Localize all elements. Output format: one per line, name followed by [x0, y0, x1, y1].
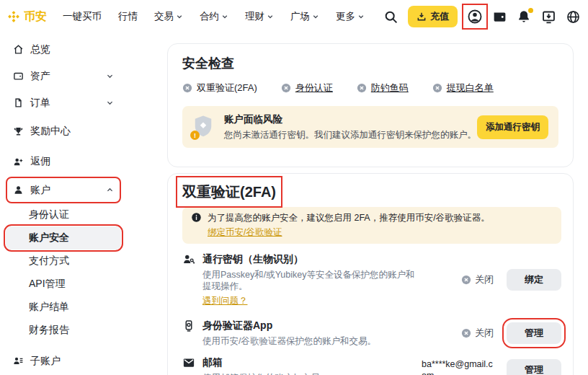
bind-authenticator-link[interactable]: 绑定币安/谷歌验证	[208, 226, 282, 239]
chevron-down-icon	[312, 13, 319, 20]
sidebar-item-orders[interactable]: 订单	[6, 89, 121, 116]
authenticator-app-row: 身份验证器App 使用币安/谷歌验证器保护您的账户和交易。 关闭 管理	[182, 319, 561, 347]
language-globe-icon[interactable]	[566, 9, 581, 25]
authenticator-description: 使用币安/谷歌验证器保护您的账户和交易。	[202, 335, 416, 347]
shield-icon: !	[192, 115, 215, 139]
sidebar-item-sub-accounts[interactable]: 子账户	[6, 348, 121, 374]
orders-document-icon	[13, 97, 24, 108]
circle-x-icon	[461, 328, 471, 338]
passkey-description: 使用Passkey和/或Yubikey等安全设备保护您的账户和提现操作。	[202, 269, 416, 292]
sidebar-subitem-account-security[interactable]: 账户安全	[6, 226, 121, 250]
top-navbar: 币安 一键买币 行情 交易 合约 理财 广场 更多 充值	[0, 0, 588, 33]
wallet-icon[interactable]	[492, 9, 507, 25]
nav-item-markets[interactable]: 行情	[118, 10, 138, 23]
sidebar-item-overview[interactable]: 总览	[6, 36, 121, 63]
check-anti-phishing-code[interactable]: 防钓鱼码	[357, 81, 409, 94]
check-identity-verification[interactable]: 身份认证	[281, 81, 333, 94]
sidebar-subitem-financial-reports[interactable]: 财务报告	[6, 319, 121, 342]
having-problems-link[interactable]: 遇到问题？	[202, 295, 248, 307]
email-title: 邮箱	[202, 356, 416, 369]
passkey-person-key-icon	[182, 253, 195, 266]
sidebar: 总览 资产 订单 奖励中心 返佣	[0, 33, 167, 375]
nav-item-more[interactable]: 更多	[336, 10, 365, 23]
risk-title: 账户面临风险	[224, 113, 476, 126]
account-risk-banner: ! 账户面临风险 您尚未激活通行密钥。我们建议添加通行密钥来保护您的账户。 添加…	[182, 106, 558, 148]
passkey-bind-button[interactable]: 绑定	[507, 269, 561, 291]
chevron-down-icon	[267, 13, 274, 20]
download-app-icon[interactable]	[541, 9, 556, 25]
nav-item-buy-crypto[interactable]: 一键买币	[63, 10, 102, 23]
circle-x-icon	[357, 83, 367, 93]
authenticator-manage-button[interactable]: 管理	[507, 322, 561, 344]
circle-x-icon	[281, 83, 291, 93]
email-masked-value: ba****ke@gmail.com	[422, 358, 494, 375]
add-passkey-button[interactable]: 添加通行密钥	[477, 115, 548, 139]
chevron-down-icon	[106, 72, 114, 80]
email-envelope-icon	[182, 356, 195, 369]
binance-logo-icon	[7, 10, 20, 23]
warning-exclamation-badge: !	[190, 131, 200, 140]
check-withdrawal-whitelist[interactable]: 提现白名单	[432, 81, 494, 94]
top-right-tools: 充值	[383, 6, 581, 27]
circle-x-icon	[461, 275, 471, 285]
nav-item-square[interactable]: 广场	[290, 10, 319, 23]
chevron-down-icon	[106, 99, 114, 107]
info-icon	[191, 212, 202, 239]
sidebar-subitem-api-management[interactable]: API管理	[6, 273, 121, 296]
authenticator-app-icon	[182, 319, 195, 332]
sidebar-item-account[interactable]: 账户	[6, 177, 121, 203]
twofa-info-text: 为了提高您的账户安全，建议您启用 2FA，推荐使用币安/谷歌验证器。	[208, 212, 490, 224]
circle-x-icon	[182, 83, 192, 93]
person-plus-icon	[13, 156, 24, 167]
person-icon	[13, 185, 24, 195]
notification-bell-icon[interactable]	[517, 9, 532, 25]
trophy-icon	[13, 126, 24, 137]
passkey-title: 通行密钥（生物识别）	[202, 252, 416, 265]
search-icon[interactable]	[383, 9, 398, 25]
notification-dot	[528, 8, 533, 13]
sidebar-item-rewards-hub[interactable]: 奖励中心	[6, 116, 121, 146]
main-nav: 一键买币 行情 交易 合约 理财 广场 更多	[63, 10, 365, 23]
sidebar-subitem-identity-verification[interactable]: 身份认证	[6, 203, 121, 226]
deposit-button[interactable]: 充值	[408, 6, 458, 27]
sidebar-subitem-payment-methods[interactable]: 支付方式	[6, 250, 121, 273]
sub-accounts-icon	[13, 356, 24, 366]
authenticator-title: 身份验证器App	[202, 319, 416, 332]
nav-item-futures[interactable]: 合约	[200, 10, 228, 23]
logo-text: 币安	[24, 9, 47, 25]
sidebar-item-assets[interactable]: 资产	[6, 63, 121, 89]
sidebar-item-referral[interactable]: 返佣	[6, 146, 121, 177]
email-description: 使用邮箱保护您的账户与交易。	[202, 372, 416, 375]
security-check-items: 双重验证(2FA) 身份认证 防钓鱼码 提现白名单	[182, 81, 558, 94]
circle-x-icon	[432, 83, 442, 93]
passkey-row: 通行密钥（生物识别） 使用Passkey和/或Yubikey等安全设备保护您的账…	[182, 252, 561, 307]
risk-description: 您尚未激活通行密钥。我们建议添加通行密钥来保护您的账户。	[224, 129, 476, 141]
email-manage-button[interactable]: 管理	[507, 359, 561, 375]
wallet-icon	[13, 71, 24, 81]
chevron-up-icon	[106, 186, 114, 194]
sidebar-subitem-account-statement[interactable]: 账户结单	[6, 296, 121, 319]
twofa-info-banner: 为了提高您的账户安全，建议您启用 2FA，推荐使用币安/谷歌验证器。 绑定币安/…	[182, 207, 561, 244]
home-icon	[13, 44, 24, 55]
email-row: 邮箱 使用邮箱保护您的账户与交易。 ba****ke@gmail.com 管理	[182, 356, 561, 375]
twofa-title: 双重验证(2FA)	[182, 182, 276, 201]
check-2fa[interactable]: 双重验证(2FA)	[182, 81, 257, 94]
nav-item-earn[interactable]: 理财	[245, 10, 274, 23]
chevron-down-icon	[176, 13, 183, 20]
security-check-title: 安全检查	[182, 56, 558, 71]
security-check-card: 安全检查 双重验证(2FA) 身份认证 防钓鱼码 提现白名单 ! 账户面临风险 …	[167, 43, 574, 167]
binance-logo[interactable]: 币安	[7, 9, 47, 25]
passkey-status: 关闭	[422, 273, 494, 286]
authenticator-status: 关闭	[422, 327, 494, 340]
chevron-down-icon	[221, 13, 228, 20]
profile-icon[interactable]	[467, 9, 483, 25]
chevron-down-icon	[357, 13, 365, 20]
nav-item-trade[interactable]: 交易	[154, 10, 183, 23]
deposit-icon	[416, 12, 427, 22]
twofa-card: 双重验证(2FA) 为了提高您的账户安全，建议您启用 2FA，推荐使用币安/谷歌…	[167, 173, 574, 375]
